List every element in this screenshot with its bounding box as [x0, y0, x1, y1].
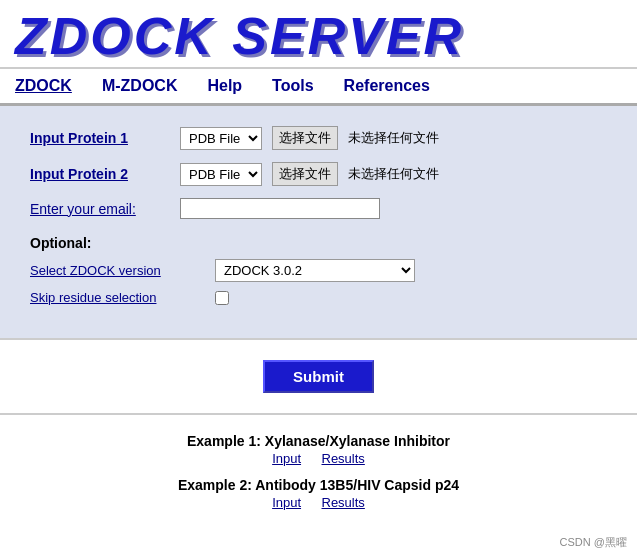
logo: ZDOCK SERVER [15, 10, 622, 62]
example1-links: Input Results [18, 449, 619, 467]
protein2-file-type-select[interactable]: PDB File [180, 163, 262, 186]
example1-title: Example 1: Xylanase/Xylanase Inhibitor [18, 433, 619, 449]
protein2-choose-file-button[interactable]: 选择文件 [272, 162, 338, 186]
example1-results-link[interactable]: Results [322, 451, 365, 466]
nav-item-tools[interactable]: Tools [272, 77, 313, 95]
protein2-label[interactable]: Input Protein 2 [30, 166, 170, 182]
skip-residue-checkbox[interactable] [215, 291, 229, 305]
protein1-row: Input Protein 1 PDB File 选择文件 未选择任何文件 [30, 126, 607, 150]
examples-section: Example 1: Xylanase/Xylanase Inhibitor I… [0, 415, 637, 539]
watermark: CSDN @黑曜 [560, 535, 627, 550]
nav-item-references[interactable]: References [344, 77, 430, 95]
skip-residue-label[interactable]: Skip residue selection [30, 290, 205, 305]
protein2-no-file-text: 未选择任何文件 [348, 165, 439, 183]
example2-links: Input Results [18, 493, 619, 511]
nav-list: ZDOCK M-ZDOCK Help Tools References [15, 77, 622, 95]
zdock-version-select[interactable]: ZDOCK 3.0.2 ZDOCK 2.3 [215, 259, 415, 282]
protein2-row: Input Protein 2 PDB File 选择文件 未选择任何文件 [30, 162, 607, 186]
example2-title: Example 2: Antibody 13B5/HIV Capsid p24 [18, 477, 619, 493]
nav-item-mzdock[interactable]: M-ZDOCK [102, 77, 178, 95]
example2-results-link[interactable]: Results [322, 495, 365, 510]
nav-link-mzdock[interactable]: M-ZDOCK [102, 77, 178, 94]
submit-button[interactable]: Submit [263, 360, 374, 393]
nav-link-references[interactable]: References [344, 77, 430, 94]
email-label[interactable]: Enter your email: [30, 201, 170, 217]
nav-item-help[interactable]: Help [207, 77, 242, 95]
nav-link-tools[interactable]: Tools [272, 77, 313, 94]
zdock-version-label[interactable]: Select ZDOCK version [30, 263, 205, 278]
email-input[interactable] [180, 198, 380, 219]
example1-input-link[interactable]: Input [272, 451, 301, 466]
example2-input-link[interactable]: Input [272, 495, 301, 510]
nav-link-help[interactable]: Help [207, 77, 242, 94]
protein1-choose-file-button[interactable]: 选择文件 [272, 126, 338, 150]
nav-link-zdock[interactable]: ZDOCK [15, 77, 72, 94]
protein1-no-file-text: 未选择任何文件 [348, 129, 439, 147]
email-row: Enter your email: [30, 198, 607, 219]
navigation: ZDOCK M-ZDOCK Help Tools References [0, 69, 637, 106]
main-form: Input Protein 1 PDB File 选择文件 未选择任何文件 In… [0, 106, 637, 338]
optional-label: Optional: [30, 235, 607, 251]
nav-item-zdock[interactable]: ZDOCK [15, 77, 72, 95]
submit-section: Submit [0, 338, 637, 415]
skip-residue-row: Skip residue selection [30, 290, 607, 305]
header: ZDOCK SERVER [0, 0, 637, 69]
protein1-label[interactable]: Input Protein 1 [30, 130, 170, 146]
zdock-version-row: Select ZDOCK version ZDOCK 3.0.2 ZDOCK 2… [30, 259, 607, 282]
protein1-file-type-select[interactable]: PDB File [180, 127, 262, 150]
